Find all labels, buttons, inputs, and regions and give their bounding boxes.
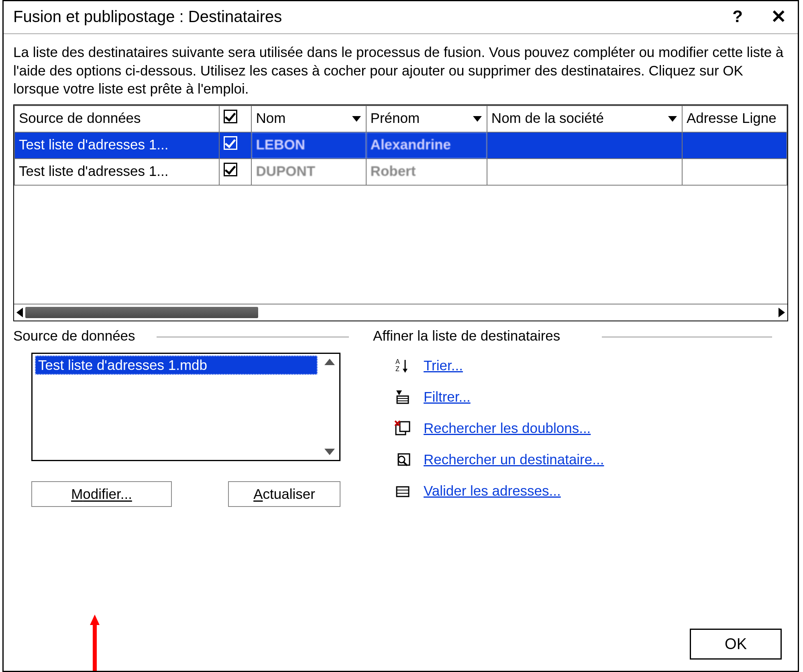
data-source-buttons: Modifier... Actualiser [31,481,359,507]
refresh-button-label: Actualiser [253,486,315,502]
find-duplicates-link-row: Rechercher les doublons... [392,420,788,436]
dropdown-arrow-icon [668,116,677,122]
close-icon[interactable]: ✕ [771,7,787,26]
column-header-source-label: Source de données [19,110,141,126]
refine-links: A Z Trier... [392,357,788,499]
scroll-left-icon[interactable] [16,308,23,317]
column-header-societe[interactable]: Nom de la société [487,106,682,132]
scroll-up-icon[interactable] [324,359,335,365]
data-source-list-area: Test liste d'adresses 1.mdb [33,354,320,460]
help-icon[interactable]: ? [732,7,743,26]
ok-button[interactable]: OK [690,629,782,660]
dialog-titlebar: Fusion et publipostage : Destinataires ?… [4,1,798,34]
dropdown-arrow-icon [473,116,482,122]
svg-rect-5 [397,396,408,403]
cell-nom: LEBON [251,132,366,159]
cell-adresse [682,132,787,159]
column-header-nom-label: Nom [256,110,285,126]
edit-button[interactable]: Modifier... [31,481,172,507]
data-source-group-label: Source de données [13,328,143,344]
refine-list-group: Affiner la liste de destinataires A Z [373,328,788,507]
svg-text:Z: Z [395,366,399,372]
scroll-thumb[interactable] [25,307,258,318]
column-header-adresse-label: Adresse Ligne [687,110,777,126]
svg-rect-9 [400,422,410,431]
mail-merge-recipients-dialog: Fusion et publipostage : Destinataires ?… [2,0,799,672]
recipients-grid: Source de données Nom Prénom [14,105,787,186]
find-duplicates-link[interactable]: Rechercher les doublons... [424,420,591,436]
table-row[interactable]: Test liste d'adresses 1... DUPONT Robert [14,159,787,185]
dropdown-arrow-icon [352,116,361,122]
cell-societe [487,132,682,159]
duplicates-icon [392,420,413,436]
group-separator [602,337,772,337]
cell-adresse [682,159,787,185]
horizontal-scrollbar[interactable] [14,304,787,321]
cell-checkbox[interactable] [219,132,251,159]
dialog-title: Fusion et publipostage : Destinataires [13,8,732,26]
scroll-down-icon[interactable] [324,449,335,455]
annotation-arrow-icon [90,615,100,671]
refine-list-group-label: Affiner la liste de destinataires [373,328,568,344]
column-header-source[interactable]: Source de données [14,106,219,132]
cell-prenom: Robert [366,159,487,185]
lower-panels: Source de données Test liste d'adresses … [13,328,788,507]
find-recipient-link-row: Rechercher un destinataire... [392,451,788,468]
validate-icon [392,483,413,499]
grid-header-row: Source de données Nom Prénom [14,106,787,132]
table-row[interactable]: Test liste d'adresses 1... LEBON Alexand… [14,132,787,159]
svg-rect-15 [397,487,409,496]
svg-text:A: A [395,358,400,365]
cell-source: Test liste d'adresses 1... [14,132,219,159]
grid-body: Test liste d'adresses 1... LEBON Alexand… [14,132,787,185]
scroll-right-icon[interactable] [779,308,785,317]
filter-icon [392,389,413,405]
filter-link[interactable]: Filtrer... [424,389,471,405]
validate-addresses-link-row: Valider les adresses... [392,483,788,499]
group-separator [157,337,349,337]
data-source-group: Source de données Test liste d'adresses … [13,328,359,507]
svg-marker-4 [396,390,402,395]
cell-nom: DUPONT [251,159,366,185]
column-header-societe-label: Nom de la société [491,110,604,126]
edit-button-label: Modifier... [71,486,132,502]
find-recipient-link[interactable]: Rechercher un destinataire... [424,451,604,468]
recipients-table: Source de données Nom Prénom [13,104,788,321]
column-header-prenom[interactable]: Prénom [366,106,487,132]
column-header-adresse[interactable]: Adresse Ligne [682,106,787,132]
vertical-scrollbar[interactable] [320,354,339,460]
data-source-listbox[interactable]: Test liste d'adresses 1.mdb [31,353,340,461]
cell-checkbox[interactable] [219,159,251,185]
titlebar-controls: ? ✕ [732,7,787,26]
validate-addresses-link[interactable]: Valider les adresses... [424,483,561,499]
data-source-list-item[interactable]: Test liste d'adresses 1.mdb [35,355,318,375]
cell-source: Test liste d'adresses 1... [14,159,219,185]
column-header-nom[interactable]: Nom [251,106,366,132]
cell-societe [487,159,682,185]
search-icon [392,451,413,468]
svg-marker-19 [90,615,100,625]
select-all-checkbox-icon [224,110,237,123]
row-checkbox-icon [224,163,237,176]
dialog-body: La liste des destinataires suivante sera… [4,34,798,671]
ok-button-area: OK [690,629,782,660]
cell-prenom: Alexandrine [366,132,487,159]
row-checkbox-icon [224,136,237,150]
filter-link-row: Filtrer... [392,389,788,405]
sort-link-row: A Z Trier... [392,357,788,374]
refresh-button[interactable]: Actualiser [228,481,340,507]
dialog-description: La liste des destinataires suivante sera… [13,43,788,98]
column-header-prenom-label: Prénom [371,110,420,126]
column-header-selectall[interactable] [219,106,251,132]
sort-link[interactable]: Trier... [424,357,463,374]
sort-icon: A Z [392,357,413,374]
svg-marker-3 [403,369,408,373]
